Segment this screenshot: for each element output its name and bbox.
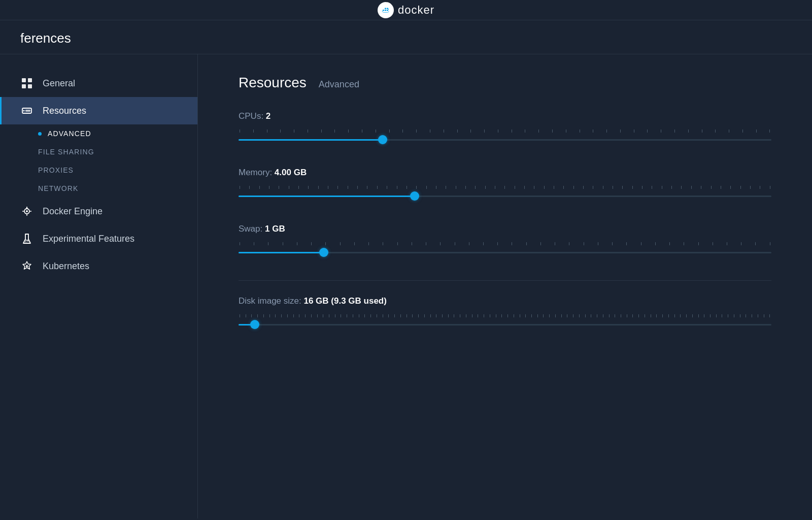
- slider-tick: [606, 129, 607, 133]
- slider-tick: [593, 129, 593, 133]
- resource-section-memory: Memory: 4.00 GB: [239, 168, 771, 201]
- top-bar: docker: [0, 0, 812, 20]
- sidebar-sub-item-network[interactable]: NETWORK: [0, 179, 197, 198]
- slider-tick: [496, 314, 496, 317]
- slider-tick: [756, 129, 757, 133]
- svg-rect-4: [385, 8, 386, 9]
- svg-rect-1: [383, 10, 384, 11]
- content-title: Resources: [239, 75, 307, 91]
- sub-dot-advanced: [38, 132, 42, 136]
- slider-tick: [240, 129, 240, 133]
- slider-tick: [613, 186, 613, 189]
- cpu-slider-ticks: [239, 129, 771, 133]
- slider-tick: [651, 314, 651, 317]
- sidebar-sub-item-proxies[interactable]: PROXIES: [0, 161, 197, 179]
- memory-slider-ticks: [239, 186, 771, 189]
- slider-tick: [746, 314, 746, 317]
- slider-tick: [612, 242, 613, 245]
- slider-tick: [740, 314, 740, 317]
- sidebar-sub-item-network-label: NETWORK: [38, 184, 78, 192]
- slider-tick: [368, 242, 369, 245]
- svg-point-11: [23, 110, 25, 112]
- slider-tick: [257, 314, 258, 317]
- slider-tick: [289, 186, 289, 189]
- slider-tick: [475, 186, 476, 189]
- slider-tick: [497, 242, 498, 245]
- slider-tick: [348, 186, 348, 189]
- slider-tick: [259, 186, 260, 189]
- sidebar-item-docker-engine[interactable]: Docker Engine: [0, 198, 197, 225]
- slider-tick: [668, 314, 669, 317]
- slider-tick: [543, 314, 544, 317]
- memory-label: Memory: 4.00 GB: [239, 168, 771, 178]
- slider-tick: [512, 129, 512, 133]
- slider-tick: [750, 186, 751, 189]
- slider-tick: [456, 186, 456, 189]
- disk-slider-wrapper: [239, 319, 771, 330]
- slider-tick: [727, 242, 727, 245]
- slider-tick: [621, 314, 621, 317]
- slider-tick: [397, 242, 398, 245]
- slider-tick: [446, 186, 446, 189]
- sidebar-item-general[interactable]: General: [0, 70, 197, 97]
- cpu-slider-thumb[interactable]: [378, 135, 387, 144]
- slider-tick: [645, 314, 645, 317]
- cpu-slider-track: [239, 139, 771, 141]
- slider-tick: [279, 186, 279, 189]
- slider-tick: [641, 242, 641, 245]
- slider-tick: [634, 129, 634, 133]
- sidebar-item-experimental[interactable]: Experimental Features: [0, 225, 197, 252]
- swap-slider-container: [239, 242, 771, 257]
- slider-tick: [512, 242, 512, 245]
- slider-tick: [686, 314, 687, 317]
- slider-tick: [569, 242, 569, 245]
- slider-tick: [370, 314, 371, 317]
- slider-tick: [573, 186, 574, 189]
- slider-tick: [484, 129, 485, 133]
- slider-tick: [269, 186, 269, 189]
- slider-tick: [627, 314, 627, 317]
- slider-tick: [531, 314, 532, 317]
- slider-tick: [283, 242, 283, 245]
- slider-tick: [298, 186, 299, 189]
- disk-slider-thumb[interactable]: [250, 320, 259, 329]
- slider-tick: [430, 314, 431, 317]
- slider-tick: [770, 186, 770, 189]
- memory-slider-thumb[interactable]: [410, 191, 419, 201]
- slider-tick: [253, 129, 254, 133]
- engine-icon: [20, 205, 33, 218]
- docker-logo: docker: [378, 2, 434, 18]
- slider-tick: [335, 314, 335, 317]
- slider-tick: [402, 129, 403, 133]
- slider-tick: [329, 314, 329, 317]
- sidebar-sub-item-advanced[interactable]: ADVANCED: [0, 124, 197, 143]
- slider-tick: [598, 242, 598, 245]
- swap-slider-track: [239, 252, 771, 253]
- memory-slider-fill: [239, 196, 415, 197]
- slider-tick: [734, 314, 734, 317]
- svg-rect-3: [387, 10, 388, 11]
- slider-tick: [483, 242, 484, 245]
- slider-tick: [680, 314, 681, 317]
- slider-tick: [478, 314, 478, 317]
- swap-slider-thumb[interactable]: [319, 248, 328, 257]
- disk-value: 16 GB (9.3 GB used): [303, 296, 386, 306]
- sidebar-item-kubernetes[interactable]: Kubernetes: [0, 252, 197, 280]
- content-tab-advanced[interactable]: Advanced: [317, 78, 361, 91]
- slider-tick: [638, 314, 639, 317]
- slider-tick: [387, 186, 387, 189]
- slider-tick: [710, 314, 710, 317]
- memory-slider-track: [239, 196, 771, 197]
- sidebar-sub-item-file-sharing[interactable]: FILE SHARING: [0, 143, 197, 161]
- slider-tick: [702, 129, 702, 133]
- slider-tick: [579, 314, 580, 317]
- slider-tick: [524, 186, 525, 189]
- cpu-label: CPUs: 2: [239, 111, 771, 121]
- slider-tick: [655, 242, 656, 245]
- slider-tick: [364, 314, 365, 317]
- slider-tick: [418, 314, 419, 317]
- sidebar-item-resources[interactable]: Resources: [0, 97, 197, 124]
- slider-tick: [684, 242, 684, 245]
- slider-tick: [305, 314, 306, 317]
- slider-tick: [713, 242, 713, 245]
